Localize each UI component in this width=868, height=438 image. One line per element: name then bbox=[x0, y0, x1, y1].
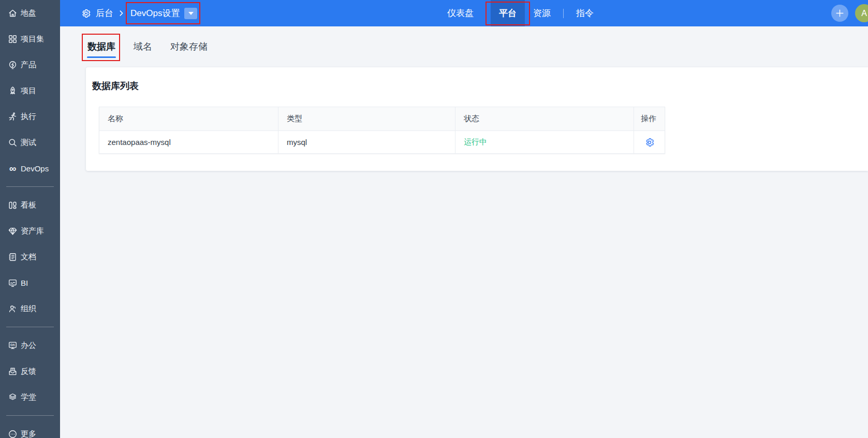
db-action-cell bbox=[634, 131, 665, 154]
sidebar-item-label: 看板 bbox=[21, 200, 36, 210]
sidebar-item-assets[interactable]: 资产库 bbox=[0, 218, 60, 244]
db-name-cell: zentaopaas-mysql bbox=[99, 131, 278, 154]
sidebar-item-devops[interactable]: ∞ DevOps bbox=[0, 155, 60, 181]
devops-infinity-icon: ∞ bbox=[8, 164, 18, 173]
breadcrumb-current-group: DevOps设置 bbox=[130, 7, 197, 19]
database-table: 名称 类型 状态 操作 zentaopaas-mysql mysql 运行中 bbox=[99, 107, 665, 154]
main-content: 数据库 域名 对象存储 数据库列表 名称 类型 状态 操作 bbox=[60, 26, 868, 438]
sidebar-item-more[interactable]: 更多 bbox=[0, 421, 60, 438]
caret-down-icon bbox=[188, 12, 194, 15]
program-icon bbox=[8, 34, 18, 44]
sidebar-item-label: 办公 bbox=[21, 341, 36, 351]
add-button[interactable] bbox=[831, 5, 848, 22]
sidebar-item-office[interactable]: OA 办公 bbox=[0, 332, 60, 358]
sidebar-item-label: BI bbox=[21, 279, 28, 287]
breadcrumb: 后台 DevOps设置 bbox=[81, 0, 197, 26]
svg-text:OA: OA bbox=[10, 343, 16, 346]
kanban-icon bbox=[8, 200, 18, 210]
breadcrumb-current[interactable]: DevOps设置 bbox=[130, 7, 180, 19]
sidebar-item-label: 更多 bbox=[21, 429, 36, 438]
feedback-inbox-icon bbox=[8, 367, 18, 376]
learn-layers-icon bbox=[8, 392, 18, 402]
database-table-wrapper: 名称 类型 状态 操作 zentaopaas-mysql mysql 运行中 bbox=[99, 107, 856, 154]
tab-label: 域名 bbox=[134, 41, 152, 52]
gem-icon bbox=[8, 226, 18, 236]
more-ellipsis-icon bbox=[8, 429, 18, 438]
bi-chart-icon bbox=[8, 278, 18, 288]
avatar[interactable]: A bbox=[855, 4, 868, 22]
sidebar-item-label: 文档 bbox=[21, 252, 36, 262]
topbar-right-group: A bbox=[831, 0, 868, 26]
column-header-action: 操作 bbox=[634, 107, 665, 131]
sidebar-item-label: 学堂 bbox=[21, 392, 36, 402]
sidebar-item-project[interactable]: 项目 bbox=[0, 78, 60, 104]
database-list-card: 数据库列表 名称 类型 状态 操作 zentaopaas-mysql mysql… bbox=[86, 67, 868, 171]
nav-commands[interactable]: 指令 bbox=[568, 0, 602, 26]
table-row: zentaopaas-mysql mysql 运行中 bbox=[99, 131, 665, 154]
card-title: 数据库列表 bbox=[86, 67, 868, 92]
sidebar-item-bi[interactable]: BI bbox=[0, 270, 60, 296]
sidebar-item-label: 反馈 bbox=[21, 367, 36, 376]
sidebar-item-label: 项目集 bbox=[21, 34, 44, 44]
sidebar-item-doc[interactable]: 文档 bbox=[0, 244, 60, 270]
sidebar-item-home[interactable]: 地盘 bbox=[0, 0, 60, 26]
tab-label: 对象存储 bbox=[170, 41, 208, 52]
nav-divider bbox=[486, 9, 487, 18]
sidebar-item-product[interactable]: 产品 bbox=[0, 52, 60, 78]
document-icon bbox=[8, 252, 18, 262]
sidebar-item-org[interactable]: 组织 bbox=[0, 296, 60, 322]
home-icon bbox=[8, 8, 18, 18]
sidebar: 地盘 项目集 产品 项目 执行 测试 ∞ DevOps bbox=[0, 0, 60, 438]
active-tab-underline bbox=[87, 56, 116, 58]
tab-database[interactable]: 数据库 bbox=[87, 40, 116, 58]
sidebar-item-learn[interactable]: 学堂 bbox=[0, 384, 60, 410]
tab-object-storage[interactable]: 对象存储 bbox=[170, 40, 208, 58]
sidebar-item-label: 组织 bbox=[21, 304, 36, 314]
status-badge: 运行中 bbox=[455, 131, 634, 154]
sidebar-divider bbox=[6, 186, 54, 187]
test-icon bbox=[8, 138, 18, 148]
nav-dashboard[interactable]: 仪表盘 bbox=[439, 0, 482, 26]
person-icon bbox=[8, 304, 18, 314]
tab-label: 数据库 bbox=[87, 41, 115, 52]
db-type-cell: mysql bbox=[278, 131, 455, 154]
top-nav: 仪表盘 平台 资源 指令 bbox=[439, 0, 602, 26]
top-header: 后台 DevOps设置 仪表盘 平台 资源 指令 A bbox=[60, 0, 868, 26]
sidebar-item-kanban[interactable]: 看板 bbox=[0, 192, 60, 218]
execution-icon bbox=[8, 112, 18, 122]
sidebar-item-label: 执行 bbox=[21, 112, 36, 122]
plus-icon bbox=[835, 8, 845, 18]
admin-gear-icon bbox=[81, 8, 91, 19]
tab-domain[interactable]: 域名 bbox=[133, 40, 153, 58]
sidebar-item-program[interactable]: 项目集 bbox=[0, 26, 60, 52]
project-icon bbox=[8, 86, 18, 96]
column-header-type: 类型 bbox=[278, 107, 455, 131]
table-header-row: 名称 类型 状态 操作 bbox=[99, 107, 665, 131]
column-header-status: 状态 bbox=[455, 107, 634, 131]
column-header-name: 名称 bbox=[99, 107, 278, 131]
row-settings-icon[interactable] bbox=[644, 137, 655, 148]
tabs-bar: 数据库 域名 对象存储 bbox=[60, 26, 868, 59]
product-icon bbox=[8, 60, 18, 70]
breadcrumb-admin[interactable]: 后台 bbox=[96, 7, 113, 19]
sidebar-item-label: 资产库 bbox=[21, 226, 44, 236]
chevron-right-icon bbox=[118, 10, 125, 17]
nav-platform[interactable]: 平台 bbox=[491, 0, 525, 26]
sidebar-divider bbox=[6, 415, 54, 416]
sidebar-item-test[interactable]: 测试 bbox=[0, 129, 60, 155]
sidebar-item-label: 地盘 bbox=[21, 8, 36, 18]
office-oa-icon: OA bbox=[8, 341, 18, 351]
sidebar-item-label: 产品 bbox=[21, 60, 36, 70]
sidebar-item-label: 测试 bbox=[21, 138, 36, 148]
sidebar-item-label: 项目 bbox=[21, 86, 36, 96]
nav-resources[interactable]: 资源 bbox=[525, 0, 559, 26]
sidebar-item-label: DevOps bbox=[21, 164, 49, 173]
sidebar-item-feedback[interactable]: 反馈 bbox=[0, 358, 60, 384]
nav-divider bbox=[563, 9, 564, 18]
breadcrumb-dropdown-button[interactable] bbox=[184, 8, 197, 19]
sidebar-divider bbox=[6, 327, 54, 327]
sidebar-item-execution[interactable]: 执行 bbox=[0, 104, 60, 129]
